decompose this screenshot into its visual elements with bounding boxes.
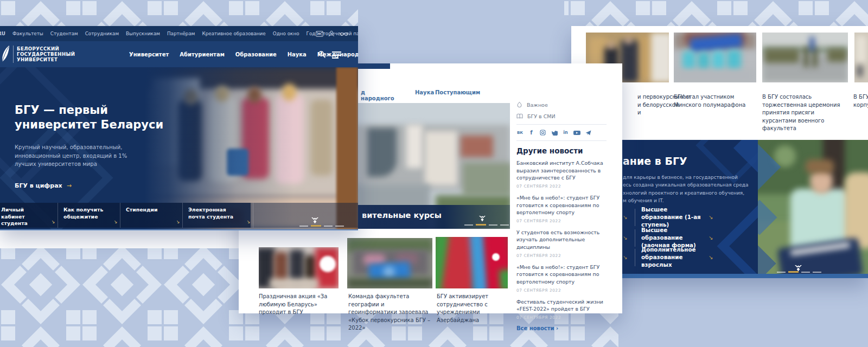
education-link-row[interactable]: ↘ Дополнительное образование взрослых ↘ [623,246,742,269]
diagonal-arrow-icon: ↘ [113,219,117,224]
carousel-dash[interactable] [464,224,473,226]
user-icon[interactable] [328,30,335,37]
news-list-item[interactable]: «Мне бы в небо!»: студент БГУ готовится … [516,194,607,223]
carousel-dash[interactable] [335,226,344,227]
quick-links-bar: Личный кабинет студента ↘ Как получить о… [0,203,358,228]
news-card[interactable]: БГУ стал участником Минского полумарафон… [674,33,756,82]
city-panorama-photo: вительные курсы [354,103,510,229]
lang-switch[interactable]: RU [0,31,5,36]
diagonal-arrow-icon: ↘ [709,214,713,220]
cadets-photo [762,33,848,82]
utility-nav-link[interactable]: Сотрудникам [85,31,119,36]
section-bottom-strip [622,274,868,278]
nav-link[interactable]: Поступающим [435,89,480,95]
news-list-item[interactable]: Фестиваль студенческий жизни «FEST-2022»… [516,298,607,320]
hero-title: БГУ — первый университет Беларуси [15,103,163,133]
quick-link-student-mail[interactable]: Электронная почта студента ↘ [183,203,253,228]
carousel-dash-active[interactable] [788,271,799,273]
quick-link-dormitory[interactable]: Как получить общежитие ↘ [58,203,120,228]
other-news-heading: Другие новости [516,146,607,155]
carousel-dash[interactable] [777,272,786,273]
carousel-dots[interactable] [777,271,821,273]
main-nav-link[interactable]: Университет [129,52,169,57]
carousel-dots[interactable] [464,224,509,226]
news-title: Банковский институт А.Собчака выразил за… [516,159,607,182]
divider [635,209,635,226]
utility-nav-link[interactable]: Креативное образование [202,31,265,36]
bsu-bird-emblem-icon [479,215,486,222]
carousel-dash[interactable] [324,226,333,227]
news-title: Фестиваль студенческий жизни «FEST-2022»… [516,298,607,313]
media-link[interactable]: БГУ в СМИ [516,113,607,119]
vk-icon[interactable]: ВК [516,129,524,136]
linkedin-icon[interactable]: in [562,129,569,136]
main-nav-link[interactable]: Образование [235,52,277,57]
quick-link-student-cabinet[interactable]: Личный кабинет студента ↘ [0,203,58,228]
quick-link-scholarships[interactable]: Стипендии ↘ [120,203,183,228]
bsu-logo[interactable]: БЕЛОРУССКИЙ ГОСУДАРСТВЕННЫЙ УНИВЕРСИТЕТ [1,45,75,63]
important-label: Важное [527,102,548,108]
main-nav-link[interactable]: Абитуриентам [180,52,225,57]
hero-subtitle: Крупный научный, образовательный, иннова… [15,143,127,169]
news-date: 07 СЕНТЯБРЯ 2022 [516,184,607,189]
twitter-icon[interactable] [551,129,558,136]
education-link-label: Дополнительное образование взрослых [641,246,705,269]
important-link[interactable]: Важное [516,101,607,108]
accessibility-glasses-icon[interactable] [340,31,348,36]
news-list-item[interactable]: «Мне бы в небо!»: студент БГУ готовится … [516,264,607,293]
carousel-dots[interactable] [299,225,344,227]
diagonal-arrow-icon: ↘ [246,219,250,224]
news-card[interactable]: БГУ активизирует сотрудничество с учрежд… [436,237,508,288]
youtube-icon[interactable] [573,129,580,136]
mail-icon[interactable] [316,31,323,37]
news-card[interactable]: В БГУ состоялась торжественная церемония… [762,33,848,82]
diagonal-arrow-icon: ↘ [709,235,713,241]
education-link-row[interactable]: ↘ Высшее образование (1-ая ступень) ↘ [623,206,742,229]
nav-link[interactable]: Наука [415,89,434,95]
news-list-item[interactable]: У студентов есть возможность изучать доп… [516,229,607,258]
hamburger-menu-icon[interactable] [332,52,341,59]
marathon-photo [674,33,756,82]
header-sliver [354,63,390,69]
utility-nav-link[interactable]: Факультеты [12,31,43,36]
news-title: У студентов есть возможность изучать доп… [516,229,607,251]
utility-nav-link[interactable]: Студентам [50,31,78,36]
news-list-item[interactable]: Банковский институт А.Собчака выразил за… [516,159,607,189]
news-card[interactable]: Праздничная акция «За любимую Беларусь» … [259,247,339,288]
bsu-in-numbers-link[interactable]: БГУ в цифрах → [15,182,72,189]
education-heading-clipped: ание в БГУ [623,155,687,167]
utility-nav-link[interactable]: Выпускникам [126,31,160,36]
students-reading-photo [758,140,868,278]
carousel-dash[interactable] [489,224,497,226]
all-news-link[interactable]: Все новости › [516,325,607,331]
diagonal-arrow-icon: ↘ [709,254,713,260]
book-icon [516,113,523,119]
utility-nav-link[interactable]: Партнёрам [167,31,195,36]
divider [13,46,14,63]
news-card[interactable]: В БГУ от корпус [854,33,868,82]
education-paragraph-clipped: для карьеры в бизнесе, на государственно… [623,174,748,205]
group-photo [347,238,432,288]
search-icon[interactable] [318,50,326,59]
carousel-dash[interactable] [500,224,509,226]
news-card-caption: Команда факультета географии и геоинформ… [348,293,431,332]
instagram-icon[interactable] [539,129,546,136]
facebook-icon[interactable]: f [528,129,535,136]
carousel-dash[interactable] [299,226,308,227]
news-card-caption-clipped: В БГУ от корпус [853,93,868,109]
diagonal-arrow-icon: ↘ [623,254,630,260]
flame-icon [516,101,522,108]
news-card[interactable]: Команда факультета географии и геоинформ… [347,238,432,288]
utility-nav-link[interactable]: Одно окно [273,31,299,36]
carousel-dash-active[interactable] [311,225,321,227]
diagonal-arrow-icon: ↘ [175,219,180,224]
diagonal-arrow-icon: ↘ [50,219,55,224]
carousel-dash[interactable] [813,272,821,273]
main-nav-link[interactable]: Наука [288,52,307,57]
divider [635,229,635,247]
divider [516,140,607,141]
bsu-homepage-hero-screenshot: RU Факультеты Студентам Сотрудникам Выпу… [0,26,358,230]
telegram-icon[interactable] [585,129,592,136]
carousel-dash-active[interactable] [476,224,486,226]
carousel-dash[interactable] [801,272,810,273]
